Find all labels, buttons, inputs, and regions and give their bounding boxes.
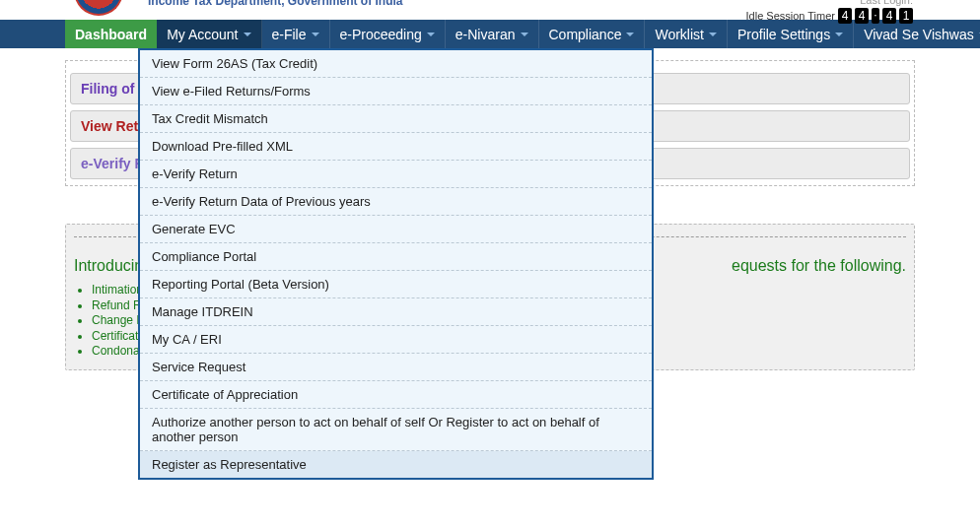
nav-profile-settings[interactable]: Profile Settings xyxy=(728,20,854,48)
dd-view-26as[interactable]: View Form 26AS (Tax Credit) xyxy=(140,50,652,78)
nav-label: My Account xyxy=(167,27,238,42)
dd-label: e-Verify Return Data of Previous years xyxy=(152,194,371,209)
chevron-down-icon xyxy=(244,33,251,36)
dd-tax-mismatch[interactable]: Tax Credit Mismatch xyxy=(140,105,652,133)
dd-itdrein[interactable]: Manage ITDREIN xyxy=(140,298,652,326)
timer-digit: 1 xyxy=(899,8,913,24)
idle-timer: Idle Session Timer 4 4 · 4 1 xyxy=(746,8,913,24)
dd-label: Compliance Portal xyxy=(152,249,256,264)
last-login-label: Last Login: xyxy=(746,0,913,6)
nav-label: e-File xyxy=(272,27,307,42)
timer-digit: 4 xyxy=(838,8,852,24)
dd-label: Manage ITDREIN xyxy=(152,304,253,319)
nav-vivad-se-vishwas[interactable]: Vivad Se Vishwas xyxy=(854,20,980,48)
header-strip: Income Tax Department, Government of Ind… xyxy=(0,0,980,20)
timer-separator: · xyxy=(872,8,879,24)
nav-label: Worklist xyxy=(655,27,704,42)
timer-digit: 4 xyxy=(882,8,896,24)
dd-label: My CA / ERI xyxy=(152,332,222,347)
dd-service-request[interactable]: Service Request xyxy=(140,354,652,370)
dd-label: Reporting Portal (Beta Version) xyxy=(152,277,329,292)
dd-view-efiled[interactable]: View e-Filed Returns/Forms xyxy=(140,78,652,105)
dd-everify[interactable]: e-Verify Return xyxy=(140,161,652,188)
dd-label: e-Verify Return xyxy=(152,166,238,181)
dd-everify-prev[interactable]: e-Verify Return Data of Previous years xyxy=(140,188,652,216)
nav-label: e-Proceeding xyxy=(340,27,422,42)
nav-label: Vivad Se Vishwas xyxy=(864,27,974,42)
chevron-down-icon xyxy=(521,33,528,36)
timer-label: Idle Session Timer xyxy=(746,10,835,22)
chevron-down-icon xyxy=(312,33,319,36)
chevron-down-icon xyxy=(427,33,435,36)
nav-e-nivaran[interactable]: e-Nivaran xyxy=(446,20,539,48)
nav-label: Profile Settings xyxy=(737,27,830,42)
main-navbar: Dashboard My Account e-File e-Proceeding… xyxy=(0,20,980,48)
nav-label: Compliance xyxy=(549,27,622,42)
dd-label: Generate EVC xyxy=(152,222,236,236)
nav-worklist[interactable]: Worklist xyxy=(645,20,728,48)
dd-compliance[interactable]: Compliance Portal xyxy=(140,243,652,271)
chevron-down-icon xyxy=(835,33,843,36)
timer-digit: 4 xyxy=(855,8,869,24)
dd-label: View e-Filed Returns/Forms xyxy=(152,84,311,99)
my-account-dropdown: View Form 26AS (Tax Credit) View e-Filed… xyxy=(138,48,654,370)
dept-seal-icon xyxy=(74,0,123,16)
dd-download-xml[interactable]: Download Pre-filled XML xyxy=(140,133,652,161)
nav-e-proceeding[interactable]: e-Proceeding xyxy=(330,20,446,48)
nav-label: e-Nivaran xyxy=(455,27,516,42)
nav-dashboard[interactable]: Dashboard xyxy=(65,20,157,48)
dd-label: View Form 26AS (Tax Credit) xyxy=(152,56,317,71)
dd-label: Service Request xyxy=(152,360,245,370)
nav-e-file[interactable]: e-File xyxy=(262,20,330,48)
nav-label: Dashboard xyxy=(75,27,147,42)
intro-text-right: equests for the following. xyxy=(732,257,906,275)
dd-my-ca[interactable]: My CA / ERI xyxy=(140,326,652,354)
nav-compliance[interactable]: Compliance xyxy=(539,20,646,48)
header-right-info: Last Login: Idle Session Timer 4 4 · 4 1 xyxy=(746,0,913,24)
chevron-down-icon xyxy=(626,33,634,36)
dd-label: Tax Credit Mismatch xyxy=(152,111,268,126)
header-tagline: Income Tax Department, Government of Ind… xyxy=(148,0,403,8)
nav-my-account[interactable]: My Account xyxy=(157,20,261,48)
dd-generate-evc[interactable]: Generate EVC xyxy=(140,216,652,243)
chevron-down-icon xyxy=(709,33,717,36)
dd-label: Download Pre-filled XML xyxy=(152,139,293,154)
dd-reporting[interactable]: Reporting Portal (Beta Version) xyxy=(140,271,652,298)
